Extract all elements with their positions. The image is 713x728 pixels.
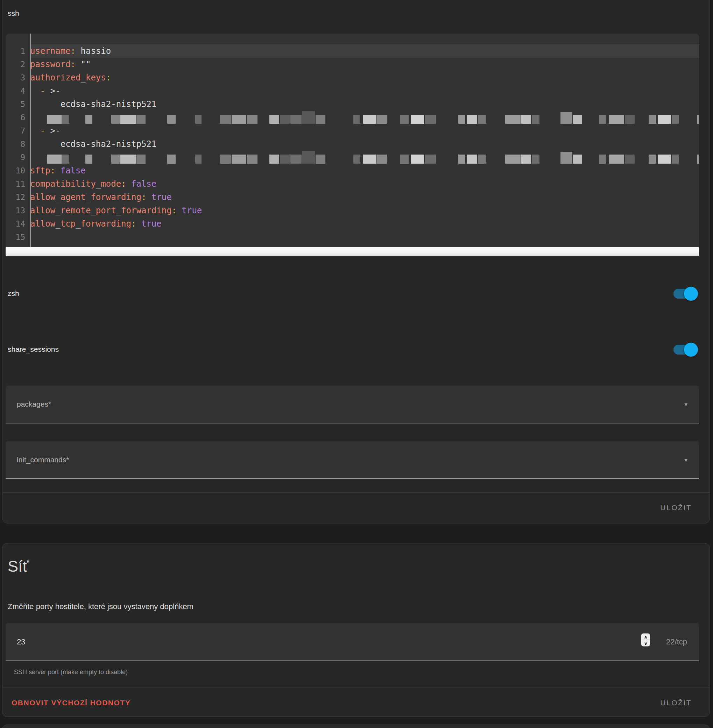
code-line: 10sftp: false [6, 164, 699, 177]
zsh-toggle[interactable] [673, 289, 695, 299]
code-line: 1username: hassio [6, 45, 699, 58]
network-section-title: Síť [8, 557, 28, 576]
save-button[interactable]: ULOŽIT [660, 699, 692, 707]
share-sessions-toggle[interactable] [673, 345, 695, 354]
code-content: authorized_keys: [30, 71, 699, 84]
line-number: 2 [6, 58, 30, 71]
chevron-down-icon: ▼ [683, 401, 689, 407]
ssh-section-label: ssh [8, 9, 19, 18]
card-footer-divider [3, 687, 710, 688]
line-number: 11 [6, 177, 30, 191]
code-content: password: "" [30, 58, 699, 71]
code-content [30, 231, 699, 244]
stepper-up-icon[interactable]: ∧ [641, 634, 650, 640]
line-number: 6 [6, 111, 30, 124]
line-number: 13 [6, 204, 30, 217]
code-line: 13allow_remote_port_forwarding: true [6, 204, 699, 217]
share-sessions-toggle-label: share_sessions [8, 345, 59, 353]
code-line: 12allow_agent_forwarding: true [6, 191, 699, 204]
redacted-key-blur [39, 151, 699, 164]
line-number: 14 [6, 217, 30, 231]
line-number: 1 [6, 45, 30, 58]
line-number: 10 [6, 164, 30, 177]
code-line: 4 - >- [6, 84, 699, 98]
stepper-down-icon[interactable]: ∨ [641, 640, 650, 646]
code-content: username: hassio [30, 45, 699, 58]
next-card-edge [2, 725, 710, 728]
port-mapping-label: 22/tcp [666, 637, 687, 646]
switch-thumb [684, 287, 698, 301]
code-line: 3authorized_keys: [6, 71, 699, 84]
line-number: 7 [6, 124, 30, 137]
code-line: 9 [6, 151, 699, 164]
zsh-toggle-label: zsh [8, 289, 19, 298]
dropdown-label: packages* [17, 400, 51, 408]
line-number: 12 [6, 191, 30, 204]
switch-thumb [684, 343, 698, 357]
code-line: 5 ecdsa-sha2-nistp521 [6, 98, 699, 111]
line-number: 9 [6, 151, 30, 164]
line-number: 4 [6, 84, 30, 98]
network-section-description: Změňte porty hostitele, které jsou vysta… [8, 602, 194, 611]
code-line: 7 - >- [6, 124, 699, 137]
redacted-key-blur [39, 111, 699, 124]
code-content: allow_agent_forwarding: true [30, 191, 699, 204]
code-content: compatibility_mode: false [30, 177, 699, 191]
code-line: 11compatibility_mode: false [6, 177, 699, 191]
code-line: 15 [6, 231, 699, 244]
card-footer-divider [3, 492, 710, 493]
code-content: ecdsa-sha2-nistp521 [30, 98, 699, 111]
code-content [30, 151, 699, 164]
ssh-port-field: ∧ ∨ 22/tcp [6, 623, 699, 661]
code-content [30, 111, 699, 124]
code-content: allow_remote_port_forwarding: true [30, 204, 699, 217]
port-helper-text: SSH server port (make empty to disable) [14, 668, 128, 676]
code-line: 8 ecdsa-sha2-nistp521 [6, 137, 699, 151]
ssh-port-input[interactable] [17, 623, 507, 661]
code-line: 2password: "" [6, 58, 699, 71]
line-number: 3 [6, 71, 30, 84]
page: { "colors": { "toggle_on": "#12b0f2", "t… [0, 0, 713, 728]
number-stepper[interactable]: ∧ ∨ [641, 634, 650, 646]
code-content: - >- [30, 124, 699, 137]
code-content: - >- [30, 84, 699, 98]
editor-horizontal-scrollbar[interactable] [6, 247, 699, 256]
code-line: 14allow_tcp_forwarding: true [6, 217, 699, 231]
save-button[interactable]: ULOŽIT [660, 503, 692, 512]
chevron-down-icon: ▼ [683, 457, 689, 463]
code-content: allow_tcp_forwarding: true [30, 217, 699, 231]
reset-defaults-button[interactable]: OBNOVIT VÝCHOZÍ HODNOTY [12, 699, 130, 707]
editor-gutter-separator [30, 34, 31, 247]
yaml-editor[interactable]: 1username: hassio2password: ""3authorize… [6, 34, 699, 256]
dropdown-label: init_commands* [17, 456, 69, 464]
init-commands-dropdown[interactable]: init_commands* ▼ [6, 441, 699, 479]
line-number: 5 [6, 98, 30, 111]
code-line: 6 [6, 111, 699, 124]
code-content: ecdsa-sha2-nistp521 [30, 137, 699, 151]
code-lines: 1username: hassio2password: ""3authorize… [6, 45, 699, 244]
packages-dropdown[interactable]: packages* ▼ [6, 386, 699, 423]
code-content: sftp: false [30, 164, 699, 177]
line-number: 15 [6, 231, 30, 244]
line-number: 8 [6, 137, 30, 151]
